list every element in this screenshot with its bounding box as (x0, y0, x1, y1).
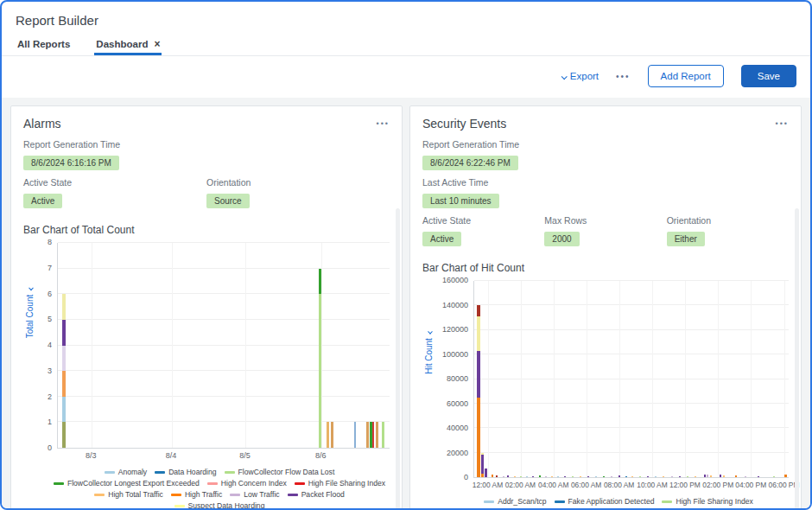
legend-item[interactable]: Packet Flood (288, 490, 345, 499)
chart-bar (687, 281, 688, 477)
legend-item[interactable]: Addr_Scan/tcp (484, 497, 546, 506)
scrollbar[interactable] (795, 208, 799, 510)
chart-bar (603, 281, 605, 477)
chart-bar (655, 281, 657, 477)
page-title: Report Builder (2, 2, 810, 34)
chart-bar (631, 281, 633, 477)
chart-bar (720, 281, 721, 477)
toolbar: Export ••• Add Report Save (2, 56, 810, 98)
legend-item[interactable]: Low Traffic (230, 490, 279, 499)
legend-item[interactable]: Data Hoarding (155, 468, 216, 476)
chevron-down-icon (428, 329, 433, 335)
report-generation-time-label: Report Generation Time (23, 139, 390, 150)
chart-bar (532, 281, 534, 477)
max-rows-label: Max Rows (544, 215, 666, 226)
chart-bar (496, 281, 498, 477)
legend-item[interactable]: FlowCollector Longest Export Exceeded (54, 479, 200, 488)
legend-color-dash (484, 500, 494, 503)
legend-item[interactable]: High Traffic (171, 490, 222, 499)
tab-all-reports-label: All Reports (17, 39, 70, 49)
legend-item[interactable]: FlowCollector Flow Data Lost (225, 468, 335, 476)
tab-bar: All Reports Dashboard × (2, 34, 810, 56)
x-tick-label: 8/5 (239, 451, 251, 460)
legend-label: Anomaly (118, 468, 147, 476)
legend-color-dash (225, 471, 235, 474)
report-builder-window: Report Builder All Reports Dashboard × E… (0, 0, 812, 510)
y-tick-label: 1 (48, 418, 52, 426)
active-state-value: Active (23, 194, 62, 208)
legend-item[interactable]: High File Sharing Index (295, 479, 385, 488)
x-tick-label: 02:00 AM (505, 481, 536, 489)
report-generation-time-value: 8/6/2024 6:22:46 PM (422, 156, 518, 170)
legend-color-dash (54, 482, 64, 485)
tab-dashboard-label: Dashboard (96, 39, 148, 49)
chart-bar (481, 281, 484, 477)
chart-bar (784, 281, 787, 477)
legend-label: FlowCollector Longest Export Exceeded (67, 479, 200, 488)
chart-bar (707, 281, 708, 477)
alarms-menu-icon[interactable]: ••• (377, 119, 390, 128)
y-tick-label: 0 (464, 473, 468, 481)
add-report-button[interactable]: Add Report (648, 65, 724, 87)
x-axis-ticks: 8/38/48/58/6 (57, 449, 390, 462)
legend-color-dash (105, 471, 115, 474)
legend-item[interactable]: Suspect Data Hoarding (174, 501, 265, 510)
legend-item[interactable]: High Concern Index (207, 479, 287, 488)
chart-legend: Addr_Scan/tcpFake Application DetectedHi… (452, 497, 785, 510)
tab-all-reports[interactable]: All Reports (16, 34, 72, 55)
legend-item[interactable]: High Total Traffic (94, 490, 163, 499)
y-axis-label[interactable]: Total Count (25, 286, 35, 338)
export-button[interactable]: Export (561, 71, 599, 81)
legend-label: Packet Flood (301, 490, 345, 499)
x-tick-label: 12:00 AM (473, 481, 503, 489)
chart-bar (366, 243, 369, 448)
legend-color-dash (230, 494, 240, 496)
last-active-time-label: Last Active Time (422, 177, 789, 188)
legend-item[interactable]: Fake Application Detected (555, 497, 655, 506)
close-icon[interactable]: × (154, 39, 160, 49)
y-tick-label: 100000 (442, 350, 468, 359)
legend-color-dash (662, 500, 672, 503)
orientation-value: Source (206, 194, 250, 208)
legend-item[interactable]: Anomaly (105, 468, 147, 476)
security-panel-title: Security Events (422, 117, 506, 131)
legend-label: Fake Application Detected (568, 497, 655, 506)
legend-label: Data Hoarding (168, 468, 216, 476)
x-tick-label: 06:00 AM (571, 481, 601, 489)
save-button[interactable]: Save (741, 65, 796, 87)
x-tick-label: 10:00 AM (637, 481, 667, 489)
chart-bar (758, 281, 759, 477)
legend-label: High File Sharing Index (676, 497, 752, 506)
chart-bar (679, 281, 681, 477)
chart-bar (372, 243, 374, 448)
chart-bar (382, 243, 384, 448)
y-tick-label: 2 (48, 392, 52, 401)
chevron-down-icon (561, 73, 567, 80)
legend-label: High Traffic (185, 490, 222, 499)
y-axis-ticks: 012345678 (36, 243, 57, 449)
chart-bar (587, 281, 589, 477)
more-options-icon[interactable]: ••• (616, 72, 631, 81)
y-tick-label: 160000 (442, 276, 468, 284)
last-active-time-value: Last 10 minutes (422, 194, 499, 208)
legend-item[interactable]: High File Sharing Index (662, 497, 752, 506)
plot-area (57, 243, 390, 449)
chart-bar (639, 281, 641, 477)
y-tick-label: 8 (48, 238, 52, 246)
dashboard-workspace: Alarms ••• Report Generation Time 8/6/20… (2, 98, 810, 510)
y-tick-label: 120000 (442, 325, 468, 334)
y-axis-label[interactable]: Hit Count (424, 330, 434, 374)
chart-bar (539, 281, 541, 477)
chart-bar (319, 243, 321, 448)
chart-bar (619, 281, 620, 477)
chart-bar (507, 281, 509, 477)
y-tick-label: 5 (48, 315, 52, 323)
alarms-panel-title: Alarms (23, 117, 61, 131)
report-generation-time-value: 8/6/2024 6:16:16 PM (23, 156, 119, 170)
scrollbar[interactable] (396, 208, 400, 510)
y-axis-ticks: 0200004000060000800001000001200001400001… (435, 281, 473, 478)
security-menu-icon[interactable]: ••• (776, 119, 789, 128)
alarms-chart-title: Bar Chart of Total Count (23, 224, 390, 236)
legend-color-dash (174, 505, 185, 507)
tab-dashboard[interactable]: Dashboard × (94, 34, 162, 55)
